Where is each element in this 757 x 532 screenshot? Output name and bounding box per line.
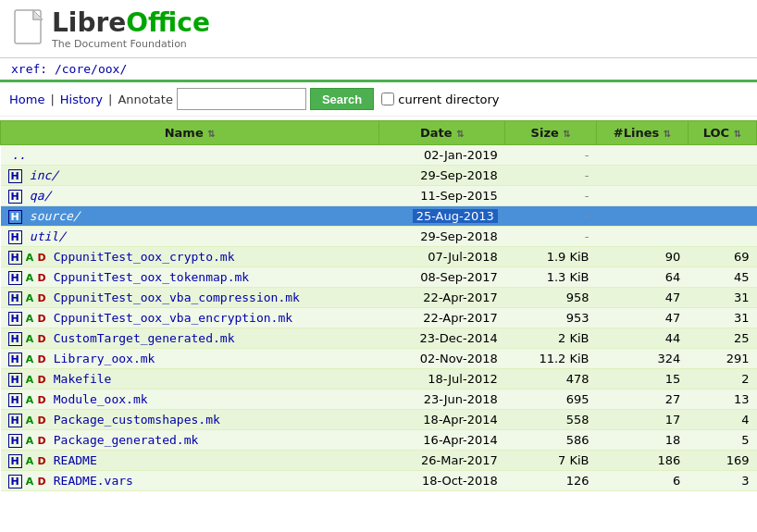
file-lines: 17 (597, 410, 689, 430)
file-link[interactable]: CppunitTest_oox_crypto.mk (54, 250, 235, 264)
file-link[interactable]: CppunitTest_oox_vba_compression.mk (54, 291, 300, 304)
directory-link[interactable]: inc/ (30, 168, 58, 182)
annotate-link[interactable]: A (26, 435, 34, 447)
file-date: 11-Sep-2015 (379, 186, 505, 206)
history-link[interactable]: H (8, 291, 22, 305)
file-link[interactable]: README (54, 453, 97, 467)
col-header-loc[interactable]: LOC ⇅ (688, 121, 756, 145)
diff-link[interactable]: D (38, 313, 46, 325)
file-loc: 69 (688, 247, 756, 267)
annotate-link[interactable]: A (26, 272, 34, 284)
table-row: H A D CppunitTest_oox_tokenmap.mk08-Sep-… (1, 267, 757, 288)
annotate-link[interactable]: A (26, 374, 34, 386)
file-links: H A D (8, 392, 50, 406)
diff-link[interactable]: D (38, 252, 46, 264)
file-date: 02-Jan-2019 (379, 145, 505, 166)
history-link[interactable]: H (8, 393, 22, 407)
file-loc: 25 (688, 328, 756, 349)
directory-link[interactable]: source/ (30, 209, 81, 223)
history-link[interactable]: H (8, 210, 22, 224)
diff-link[interactable]: D (38, 435, 46, 447)
col-header-name[interactable]: Name ⇅ (1, 121, 379, 145)
table-row: H inc/29-Sep-2018- (1, 166, 757, 186)
file-links: H A D (8, 250, 50, 264)
col-header-size[interactable]: Size ⇅ (505, 121, 597, 145)
directory-link[interactable]: .. (12, 148, 27, 162)
file-link[interactable]: CustomTarget_generated.mk (54, 331, 235, 345)
file-links: H A D (8, 352, 50, 365)
history-link[interactable]: H (8, 190, 22, 204)
history-link[interactable]: H (8, 353, 22, 366)
file-size: 558 (505, 410, 597, 430)
table-row: ..02-Jan-2019- (1, 145, 757, 166)
file-link[interactable]: Package_customshapes.mk (54, 413, 220, 427)
current-directory-checkbox[interactable] (381, 93, 394, 105)
diff-link[interactable]: D (38, 353, 46, 365)
annotate-link[interactable]: A (26, 476, 34, 488)
diff-link[interactable]: D (38, 455, 46, 467)
diff-link[interactable]: D (38, 394, 46, 406)
annotate-link[interactable]: A (26, 292, 34, 304)
nav-home[interactable]: Home (9, 93, 44, 106)
diff-link[interactable]: D (38, 292, 46, 304)
diff-link[interactable]: D (38, 414, 46, 427)
file-size: 695 (505, 390, 597, 410)
annotate-link[interactable]: A (26, 394, 34, 406)
diff-link[interactable]: D (38, 476, 46, 488)
diff-link[interactable]: D (38, 374, 46, 386)
file-link[interactable]: Module_oox.mk (54, 392, 148, 406)
col-header-date[interactable]: Date ⇅ (379, 121, 505, 145)
dash: - (585, 229, 589, 243)
history-link[interactable]: H (8, 169, 22, 183)
file-links: H A D (8, 372, 50, 386)
file-links: H A D (8, 270, 50, 284)
file-links: H A D (8, 433, 50, 447)
annotate-link[interactable]: A (26, 313, 34, 325)
history-link[interactable]: H (8, 312, 22, 326)
history-link[interactable]: H (8, 475, 22, 489)
directory-link[interactable]: qa/ (30, 189, 51, 203)
history-link[interactable]: H (8, 373, 22, 387)
diff-link[interactable]: D (38, 333, 46, 345)
history-link[interactable]: H (8, 332, 22, 346)
nav-history[interactable]: History (60, 93, 103, 106)
file-link[interactable]: Makefile (54, 372, 112, 386)
directory-link[interactable]: util/ (30, 229, 66, 243)
history-link[interactable]: H (8, 454, 22, 468)
file-date: 29-Sep-2018 (379, 166, 505, 186)
file-links: H A D (8, 453, 50, 467)
file-loc (688, 186, 756, 206)
col-header-lines[interactable]: #Lines ⇅ (597, 121, 689, 145)
file-link[interactable]: README.vars (54, 474, 133, 488)
file-link[interactable]: Library_oox.mk (54, 352, 155, 365)
file-date: 18-Oct-2018 (379, 471, 505, 491)
annotate-link[interactable]: A (26, 455, 34, 467)
file-size: 958 (505, 288, 597, 308)
file-loc: 169 (688, 451, 756, 471)
table-row: H A D Library_oox.mk02-Nov-201811.2 KiB3… (1, 349, 757, 369)
history-link[interactable]: H (8, 414, 22, 427)
annotate-link[interactable]: A (26, 333, 34, 345)
search-input[interactable] (177, 88, 306, 110)
search-button[interactable]: Search (310, 88, 374, 110)
logo-libre-span: Libre (52, 7, 126, 38)
breadcrumb-label: xref: (11, 62, 47, 76)
nav-sep-2: | (108, 93, 112, 106)
file-link[interactable]: Package_generated.mk (54, 433, 199, 447)
file-link[interactable]: CppunitTest_oox_vba_encryption.mk (54, 311, 292, 325)
history-link[interactable]: H (8, 434, 22, 448)
table-row: H A D README26-Mar-20177 KiB186169 (1, 451, 757, 471)
history-link[interactable]: H (8, 230, 22, 244)
file-links: H (8, 189, 26, 203)
history-link[interactable]: H (8, 271, 22, 285)
file-size: 1.9 KiB (505, 247, 597, 267)
breadcrumb-path[interactable]: /core/oox/ (55, 62, 127, 76)
file-size: 478 (505, 369, 597, 390)
diff-link[interactable]: D (38, 272, 46, 284)
annotate-link[interactable]: A (26, 414, 34, 427)
annotate-link[interactable]: A (26, 252, 34, 264)
annotate-link[interactable]: A (26, 353, 34, 365)
file-date: 22-Apr-2017 (379, 288, 505, 308)
file-link[interactable]: CppunitTest_oox_tokenmap.mk (54, 270, 249, 284)
history-link[interactable]: H (8, 251, 22, 265)
